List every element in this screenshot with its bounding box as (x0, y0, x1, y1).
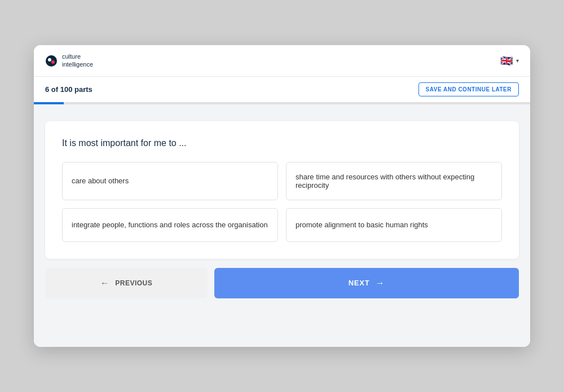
chevron-down-icon: ▾ (516, 58, 519, 64)
previous-label: PREVIOUS (115, 279, 152, 287)
next-label: NEXT (349, 279, 370, 287)
app-window: culture intelligence 🇬🇧 ▾ 6 of 100 parts… (34, 45, 530, 346)
progress-bar-area: 6 of 100 parts SAVE AND CONTINUE LATER (34, 77, 530, 102)
logo-icon (45, 55, 58, 67)
next-button[interactable]: NEXT → (214, 268, 519, 298)
option-card-4[interactable]: promote alignment to basic human rights (286, 208, 502, 242)
arrow-left-icon: ← (100, 278, 110, 288)
option-card-3[interactable]: integrate people, functions and roles ac… (62, 208, 278, 242)
svg-point-1 (48, 58, 51, 61)
previous-button[interactable]: ← PREVIOUS (45, 268, 208, 298)
option-card-2[interactable]: share time and resources with others wit… (286, 162, 502, 200)
header: culture intelligence 🇬🇧 ▾ (34, 45, 530, 76)
nav-buttons: ← PREVIOUS NEXT → (45, 268, 519, 298)
flag-icon: 🇬🇧 (500, 55, 513, 67)
parts-label: 6 of 100 parts (45, 85, 92, 94)
logo-area: culture intelligence (45, 53, 93, 68)
arrow-right-icon: → (376, 278, 385, 288)
header-right[interactable]: 🇬🇧 ▾ (500, 55, 519, 67)
question-card: It is most important for me to ... care … (45, 121, 519, 259)
logo-text: culture intelligence (62, 53, 93, 68)
main-content: It is most important for me to ... care … (34, 104, 530, 347)
save-continue-button[interactable]: SAVE AND CONTINUE LATER (418, 82, 519, 96)
question-text: It is most important for me to ... (62, 138, 502, 148)
svg-point-0 (46, 55, 57, 67)
svg-point-2 (51, 60, 55, 64)
options-grid: care about others share time and resourc… (62, 162, 502, 242)
option-card-1[interactable]: care about others (62, 162, 278, 200)
